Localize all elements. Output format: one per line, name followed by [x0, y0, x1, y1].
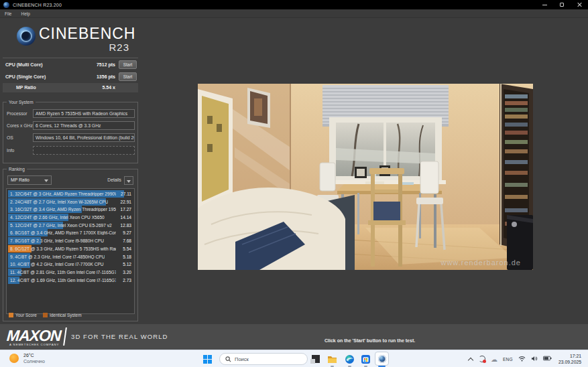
battery-icon — [543, 356, 552, 361]
minimize-icon — [542, 5, 547, 5]
windows-logo-icon — [203, 355, 207, 359]
score-row-singlecore: CPU (Single Core) 1356 pts Start — [3, 72, 138, 82]
ranking-row[interactable]: 4. 12C/24T @ 2.66 GHz, Intel Xeon CPU X5… — [8, 214, 133, 221]
weather-temp: 26°C — [23, 352, 45, 358]
ranking-row-value: 9.27 — [123, 230, 131, 235]
ranking-row-value: 14.14 — [120, 215, 131, 220]
start-button[interactable] — [203, 355, 212, 364]
tray-sync-status[interactable] — [479, 356, 485, 362]
ranking-legend: Ranking — [7, 167, 27, 171]
legend-identical-system-label: Identical System — [50, 313, 82, 317]
ranking-row[interactable]: 7. 8C/16T @ 2.3 GHz, Intel Core i9-9880H… — [8, 237, 133, 244]
tray-volume[interactable] — [531, 356, 538, 363]
ranking-row[interactable]: 10. 4C/8T @ 4.2 GHz, Intel Core i7-7700K… — [8, 261, 133, 268]
tray-network[interactable] — [518, 356, 526, 363]
multicore-label: CPU (Multi Core) — [5, 62, 43, 67]
search-icon — [225, 356, 231, 362]
taskbar-app-squares[interactable] — [310, 354, 320, 364]
weather-condition: Солнечно — [23, 358, 45, 364]
ranking-row-value: 27.11 — [121, 192, 131, 196]
singlecore-start-button[interactable]: Start — [119, 72, 137, 81]
titlebar: CINEBENCH R23.200 — [0, 0, 588, 9]
taskbar-cinebench-active[interactable] — [375, 352, 389, 366]
ranking-row-label: 4. 12C/24T @ 2.66 GHz, Intel Xeon CPU X5… — [10, 215, 105, 220]
windows-logo-icon — [208, 360, 212, 364]
singlecore-value: 1356 pts — [97, 74, 115, 79]
ranking-row-value: 2.73 — [123, 278, 131, 283]
logo-title: CINEBENCH — [39, 25, 135, 43]
legend-your-score-swatch — [9, 313, 13, 317]
details-dropdown-button[interactable] — [124, 176, 133, 185]
taskbar-store[interactable] — [361, 354, 371, 364]
ranking-sort-value: MP Ratio — [11, 177, 30, 182]
windows-logo-icon — [208, 355, 212, 359]
running-indicator — [348, 366, 351, 367]
ranking-color-legend: Your Score Identical System — [9, 313, 88, 317]
close-button[interactable] — [571, 0, 588, 9]
maxon-logo: MAXON — [6, 327, 62, 345]
weather-widget[interactable]: 26°C Солнечно — [9, 352, 45, 364]
maxon-sub-label: A NEMETSCHEK COMPANY — [9, 343, 59, 346]
ranking-row[interactable]: 6. 8C/16T @ 3.4 GHz, AMD Ryzen 7 1700X E… — [8, 229, 133, 236]
left-panel: CINEBENCH R23 CPU (Multi Core) 7512 pts … — [3, 19, 138, 56]
tray-battery[interactable] — [543, 356, 552, 362]
ranking-row-value: 17.27 — [120, 207, 131, 212]
squares-app-icon — [310, 354, 320, 364]
info-value[interactable] — [33, 146, 135, 155]
ranking-row[interactable]: 8. 6C/12T @ 3.3 GHz, AMD Ryzen 5 7535HS … — [8, 245, 133, 252]
ranking-row[interactable]: 3. 16C/32T @ 3.4 GHz, AMD Ryzen Threadri… — [8, 206, 133, 213]
sync-alert-icon — [479, 356, 485, 362]
details-label: Details — [107, 177, 121, 182]
separator — [3, 58, 138, 58]
render-watermark: www.renderbaron.de — [440, 259, 521, 267]
ranking-row[interactable]: 11. 4C/8T @ 2.81 GHz, 11th Gen Intel Cor… — [8, 269, 133, 276]
framed-picture-left — [198, 89, 233, 211]
ranking-row-label: 3. 16C/32T @ 3.4 GHz, AMD Ryzen Threadri… — [10, 207, 116, 212]
singlecore-label: CPU (Single Core) — [5, 74, 46, 79]
taskbar-edge[interactable] — [345, 354, 355, 364]
cores-value: 6 Cores, 12 Threads @ 3.3 GHz — [33, 121, 135, 130]
ranking-row-label: 6. 8C/16T @ 3.4 GHz, AMD Ryzen 7 1700X E… — [10, 230, 116, 235]
search-input[interactable]: Поиск — [219, 353, 308, 365]
processor-value: AMD Ryzen 5 7535HS with Radeon Graphics — [33, 109, 135, 118]
ranking-row-label: 1. 32C/64T @ 3 GHz, AMD Ryzen Threadripp… — [10, 192, 116, 196]
clock-time: 17:21 — [558, 353, 581, 359]
cloud-icon: ☁ — [491, 356, 497, 363]
menu-help[interactable]: Help — [16, 11, 34, 16]
ranking-row[interactable]: 2. 24C/48T @ 2.7 GHz, Intel Xeon W-3265M… — [8, 198, 133, 206]
running-indicator — [364, 366, 367, 367]
chevron-up-icon — [469, 357, 473, 362]
ranking-row[interactable]: 12. 4C/8T @ 1.69 GHz, 11th Gen Intel Cor… — [8, 277, 133, 284]
ranking-row-label: 11. 4C/8T @ 2.81 GHz, 11th Gen Intel Cor… — [10, 270, 116, 275]
clock-date: 23.09.2025 — [558, 359, 581, 365]
taskbar-clock[interactable]: 17:21 23.09.2025 — [558, 353, 581, 365]
window-title: CINEBENCH R23.200 — [13, 3, 62, 7]
ranking-row-value: 7.68 — [123, 238, 131, 243]
minimize-button[interactable] — [536, 0, 553, 9]
ranking-row-value: 22.91 — [120, 200, 131, 204]
menu-file[interactable]: File — [0, 11, 16, 16]
footer-divider — [63, 327, 67, 346]
microsoft-store-icon — [361, 354, 371, 364]
info-label: Info — [7, 148, 14, 153]
taskbar-file-explorer[interactable] — [327, 354, 337, 364]
mpratio-value: 5.54 x — [103, 85, 115, 90]
tray-overflow-button[interactable] — [469, 357, 473, 362]
os-label: OS — [7, 135, 13, 140]
ranking-row[interactable]: 5. 12C/24T @ 2.7 GHz, Intel Xeon CPU E5-… — [8, 222, 133, 229]
ranking-row[interactable]: 1. 32C/64T @ 3 GHz, AMD Ryzen Threadripp… — [8, 190, 133, 198]
chevron-down-icon — [127, 180, 131, 183]
legend-your-score-label: Your Score — [15, 313, 37, 317]
ranking-row-label: 12. 4C/8T @ 1.69 GHz, 11th Gen Intel Cor… — [10, 278, 116, 283]
ranking-row-value: 5.18 — [123, 254, 131, 259]
tray-onedrive[interactable]: ☁ — [491, 356, 497, 363]
logo-version: R23 — [109, 42, 129, 53]
ranking-list: 1. 32C/64T @ 3 GHz, AMD Ryzen Threadripp… — [6, 188, 135, 314]
language-indicator[interactable]: ENG — [503, 357, 513, 362]
running-indicator — [331, 366, 334, 367]
ranking-row[interactable]: 9. 4C/8T @ 2.3 GHz, Intel Core i7-4850HQ… — [8, 253, 133, 261]
maximize-button[interactable] — [553, 0, 571, 9]
ranking-sort-dropdown[interactable]: MP Ratio — [7, 175, 52, 185]
cores-label: Cores x GHz — [7, 123, 33, 128]
multicore-start-button[interactable]: Start — [119, 60, 137, 69]
